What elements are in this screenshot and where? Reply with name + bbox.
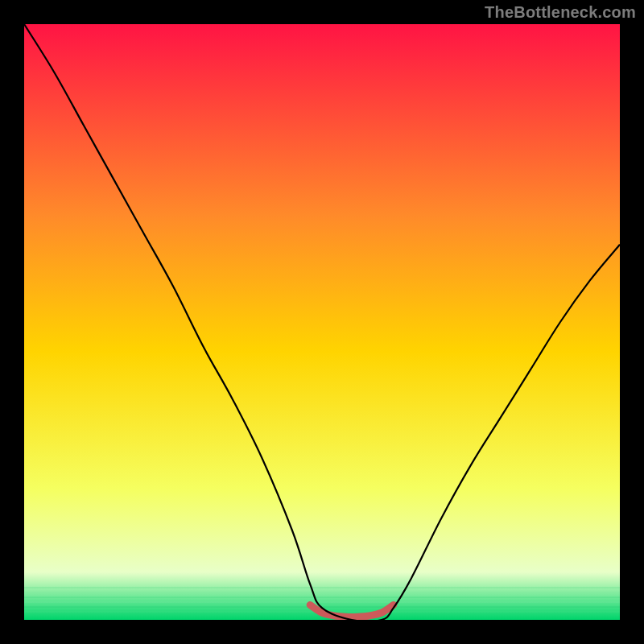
main-curve bbox=[24, 24, 620, 620]
bottom-marker-band bbox=[310, 605, 394, 617]
plot-area bbox=[24, 24, 620, 620]
curve-layer bbox=[24, 24, 620, 620]
frame: TheBottleneck.com bbox=[0, 0, 644, 644]
watermark-text: TheBottleneck.com bbox=[485, 3, 636, 22]
